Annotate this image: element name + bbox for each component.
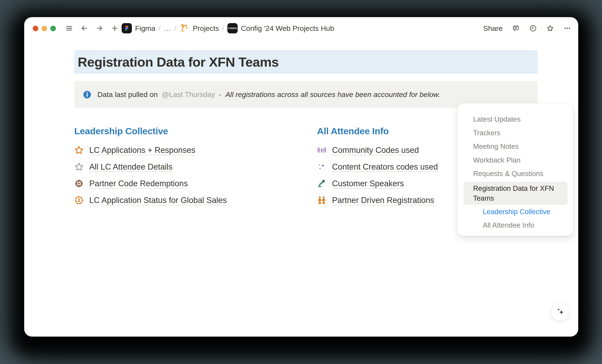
breadcrumb-separator: / [222,24,224,32]
sparkles-purple-icon [317,162,326,171]
breadcrumb-label: Projects [193,24,219,32]
page-title-block: Registration Data for XFN Teams [74,50,538,74]
comments-icon [512,24,520,32]
window-controls [33,26,56,31]
toc-item-leadership-collective[interactable]: Leadership Collective [463,205,568,219]
new-page-button[interactable] [111,24,118,32]
frame-brown-icon [74,179,84,188]
toc-item-latest-updates[interactable]: Latest Updates [463,112,568,126]
info-icon [82,90,92,99]
arrow-right-icon [96,24,103,32]
breadcrumb-separator: / [158,24,160,32]
favorite-button[interactable] [546,24,554,32]
page-link[interactable]: All LC Attendee Details [89,162,172,171]
hamburger-icon [65,24,73,32]
star-orange-icon [74,145,84,155]
figma-logo-icon [122,23,132,33]
toc-item-workback-plan[interactable]: Workback Plan [463,153,568,167]
page-title: Registration Data for XFN Teams [74,54,279,70]
section-all-attendee-info: All Attendee Info Community Cod [317,126,438,209]
more-ellipsis-icon [563,24,571,32]
sidebar-menu-button[interactable] [65,24,73,32]
page-link[interactable]: Content Creators codes used [332,162,438,171]
breadcrumb: Figma / … / [122,17,334,39]
page-link[interactable]: LC Applications + Responses [89,146,195,155]
section-heading: All Attendee Info [317,126,438,136]
star-gray-icon [74,162,84,171]
arrow-left-icon [80,24,88,32]
sparkles-icon [555,306,566,317]
toolbar-right: Share [483,17,571,39]
section-leadership-collective: Leadership Collective LC Applications + … [74,126,317,209]
breadcrumb-item-projects[interactable]: Projects [180,22,219,34]
list-item: Partner Driven Registrations [317,192,438,209]
table-of-contents-panel: Latest Updates Trackers Meeting Notes Wo… [458,103,573,236]
breadcrumb-label: Config ‘24 Web Projects Hub [241,24,334,32]
page-link[interactable]: Partner Driven Registrations [332,196,434,205]
list-item: Partner Code Redemptions [74,175,317,192]
microphone-green-icon [317,179,326,188]
breadcrumb-separator: / [174,24,176,32]
title-bar: Figma / … / [24,17,578,39]
comments-button[interactable] [512,24,520,32]
list-item: Customer Speakers [317,175,438,192]
share-button[interactable]: Share [483,24,503,32]
nav-buttons [65,24,118,32]
toc-item-meeting-notes[interactable]: Meeting Notes [463,139,568,153]
people-orange-icon [317,195,326,205]
forward-button[interactable] [96,24,103,32]
zoom-window-button[interactable] [50,26,56,31]
app-window: Figma / … / [24,17,578,337]
breadcrumb-item-config-hub[interactable]: config Config ‘24 Web Projects Hub [227,23,334,33]
history-clock-icon [529,24,537,32]
back-button[interactable] [80,24,88,32]
list-item: LC Applications + Responses [74,142,317,159]
list-item: Content Creators codes used [317,159,438,175]
crane-icon [180,22,189,34]
list-item: LC Application Status for Global Sales [74,192,317,209]
callout-prefix: Data last pulled on [97,90,158,98]
content-columns: Leadership Collective LC Applications + … [74,126,438,209]
favorite-star-icon [546,24,554,32]
callout-text: Data last pulled on @Last Thursday - All… [97,90,440,99]
list-item: Community Codes used [317,142,438,159]
config-logo-icon: config [227,23,238,33]
close-window-button[interactable] [33,26,38,31]
breadcrumb-label: Figma [135,24,155,32]
list-item: All LC Attendee Details [74,159,317,175]
page-link[interactable]: Partner Code Redemptions [89,179,188,188]
dashed-circle-orange-icon [74,195,84,205]
toc-item-all-attendee-info[interactable]: All Attendee Info [463,218,568,232]
section-heading: Leadership Collective [74,126,317,136]
breadcrumb-collapsed-pages[interactable]: … [163,24,171,32]
toc-item-registration-data-active[interactable]: Registration Data for XFN Teams [463,182,568,205]
broadcast-purple-icon [317,145,326,155]
plus-icon [111,24,118,32]
toc-item-trackers[interactable]: Trackers [463,126,568,140]
breadcrumb-item-figma[interactable]: Figma [122,23,155,33]
page-link[interactable]: Customer Speakers [332,179,404,188]
callout-italic-text: All registrations across all sources hav… [226,90,440,98]
history-button[interactable] [529,24,537,32]
more-options-button[interactable] [563,24,571,32]
page-link[interactable]: Community Codes used [332,146,419,155]
page-link[interactable]: LC Application Status for Global Sales [89,196,227,205]
ai-sparkles-button[interactable] [551,302,570,321]
callout-dash: - [219,90,221,98]
toc-item-requests-questions[interactable]: Requests & Questions [463,167,568,181]
minimize-window-button[interactable] [42,26,47,31]
date-mention[interactable]: @Last Thursday [162,90,215,98]
